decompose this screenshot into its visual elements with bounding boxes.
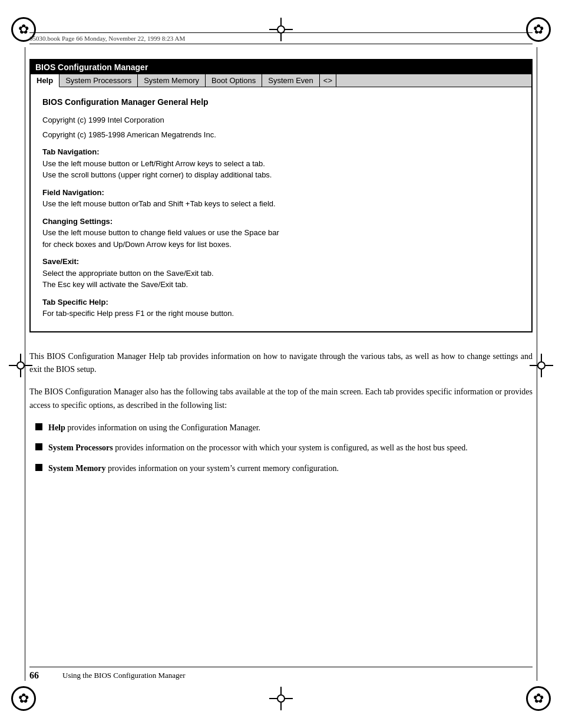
tab-system-even[interactable]: System Even: [262, 74, 320, 87]
bullet-text-help: Help provides information on using the C…: [48, 421, 260, 434]
spiral-icon-br: [526, 686, 551, 711]
bios-title: BIOS Configuration Manager: [35, 62, 148, 72]
section-tab-nav-line2: Use the scroll buttons (upper right corn…: [42, 169, 520, 181]
section-save-exit: Save/Exit: Select the appropriate button…: [42, 256, 520, 291]
bios-config-box: BIOS Configuration Manager Help System P…: [29, 59, 533, 332]
section-tab-nav-line1: Use the left mouse button or Left/Right …: [42, 158, 520, 170]
section-field-nav-line1: Use the left mouse button orTab and Shif…: [42, 198, 520, 210]
bullet-term-help: Help: [48, 423, 65, 432]
bullet-list: Help provides information on using the C…: [35, 421, 533, 475]
bullet-term-system-memory: System Memory: [48, 464, 106, 473]
bullet-icon-system-processors: [35, 443, 42, 450]
section-tab-nav-title: Tab Navigation:: [42, 146, 520, 158]
bios-content-heading: BIOS Configuration Manager General Help: [42, 96, 520, 108]
tab-nav-arrows[interactable]: <>: [320, 74, 336, 87]
section-tab-specific-help: Tab Specific Help: For tab-specific Help…: [42, 297, 520, 319]
copyright-line-2: Copyright (c) 1985-1998 American Megatre…: [42, 129, 520, 141]
mid-left-crosshair: [9, 354, 32, 377]
section-tab-specific-line1: For tab-specific Help press F1 or the ri…: [42, 308, 520, 319]
section-changing-line1: Use the left mouse button to change fiel…: [42, 227, 520, 239]
tab-help[interactable]: Help: [31, 74, 59, 87]
list-item-system-memory: System Memory provides information on yo…: [35, 462, 533, 475]
header-filename: 05030.book Page 66 Monday, November 22, …: [29, 35, 185, 42]
section-save-exit-line1: Select the appropriate button on the Sav…: [42, 268, 520, 279]
footer-text: Using the BIOS Configuration Manager: [62, 671, 186, 680]
copyright-line-1: Copyright (c) 1999 Intel Corporation: [42, 114, 520, 126]
corner-decoration-bl: [6, 681, 41, 716]
page-header: 05030.book Page 66 Monday, November 22, …: [29, 32, 533, 44]
section-field-navigation: Field Navigation: Use the left mouse but…: [42, 187, 520, 210]
main-content: BIOS Configuration Manager Help System P…: [29, 59, 533, 482]
section-save-exit-title: Save/Exit:: [42, 256, 520, 268]
list-item-help: Help provides information on using the C…: [35, 421, 533, 434]
body-paragraph-2: The BIOS Configuration Manager also has …: [29, 386, 533, 412]
list-item-system-processors: System Processors provides information o…: [35, 442, 533, 454]
bios-title-bar: BIOS Configuration Manager: [31, 60, 531, 74]
page-footer: 66 Using the BIOS Configuration Manager: [29, 667, 533, 681]
section-tab-navigation: Tab Navigation: Use the left mouse butto…: [42, 146, 520, 181]
bottom-center-crosshair: [269, 687, 293, 710]
mid-right-crosshair: [530, 354, 553, 377]
corner-decoration-br: [521, 681, 556, 716]
section-changing-settings: Changing Settings: Use the left mouse bu…: [42, 216, 520, 251]
spiral-icon-bl: [11, 686, 36, 711]
tab-boot-options[interactable]: Boot Options: [206, 74, 262, 87]
left-vertical-bar: [25, 47, 25, 681]
section-save-exit-line2: The Esc key will activate the Save/Exit …: [42, 279, 520, 291]
page-number: 66: [29, 670, 39, 681]
bullet-icon-help: [35, 423, 42, 430]
tab-system-processors[interactable]: System Processors: [59, 74, 138, 87]
body-paragraph-1: This BIOS Configuration Manager Help tab…: [29, 350, 533, 377]
bullet-term-system-processors: System Processors: [48, 443, 113, 452]
tab-system-memory[interactable]: System Memory: [138, 74, 206, 87]
section-changing-line2: for check boxes and Up/Down Arrow keys f…: [42, 239, 520, 251]
bullet-icon-system-memory: [35, 464, 42, 471]
section-field-nav-title: Field Navigation:: [42, 187, 520, 199]
section-tab-specific-title: Tab Specific Help:: [42, 297, 520, 308]
bullet-text-system-memory: System Memory provides information on yo…: [48, 462, 339, 475]
section-changing-title: Changing Settings:: [42, 216, 520, 228]
bullet-text-system-processors: System Processors provides information o…: [48, 442, 468, 454]
bios-tabs-bar: Help System Processors System Memory Boo…: [31, 74, 531, 87]
bios-content-area: BIOS Configuration Manager General Help …: [31, 87, 531, 331]
